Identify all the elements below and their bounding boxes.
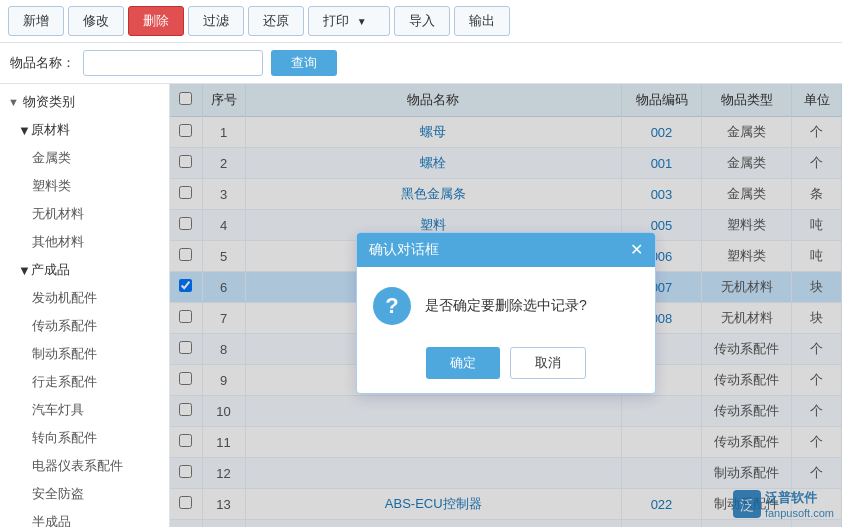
arrow-icon: ▼ xyxy=(8,96,19,108)
sidebar-item-xingzhous[interactable]: 行走系配件 xyxy=(0,368,169,396)
sidebar-item-wuji[interactable]: 无机材料 xyxy=(0,200,169,228)
dialog-close-button[interactable]: ✕ xyxy=(630,242,643,258)
sidebar-item-qita[interactable]: 其他材料 xyxy=(0,228,169,256)
sidebar-group-chanchengpin[interactable]: ▼ 产成品 xyxy=(0,256,169,284)
search-button[interactable]: 查询 xyxy=(271,50,337,76)
arrow-icon-3: ▼ xyxy=(18,263,31,278)
search-input[interactable] xyxy=(83,50,263,76)
dialog-question-icon: ? xyxy=(373,287,411,325)
dialog-overlay: 确认对话框 ✕ ? 是否确定要删除选中记录? 确定 取消 xyxy=(170,84,842,527)
import-button[interactable]: 导入 xyxy=(394,6,450,36)
arrow-icon-2: ▼ xyxy=(18,123,31,138)
sidebar-item-anquan[interactable]: 安全防盗 xyxy=(0,480,169,508)
delete-button[interactable]: 删除 xyxy=(128,6,184,36)
sidebar-item-fadongji[interactable]: 发动机配件 xyxy=(0,284,169,312)
dialog-header: 确认对话框 ✕ xyxy=(357,233,655,267)
dialog-footer: 确定 取消 xyxy=(357,339,655,393)
search-label: 物品名称： xyxy=(10,54,75,72)
export-button[interactable]: 输出 xyxy=(454,6,510,36)
main-layout: ▼ 物资类别 ▼ 原材料 金属类 塑料类 无机材料 其他材料 ▼ 产成品 发动机… xyxy=(0,84,842,527)
toolbar: 新增 修改 删除 过滤 还原 打印 ▼ 导入 输出 xyxy=(0,0,842,43)
sidebar-item-dianjiqibiao[interactable]: 电器仪表系配件 xyxy=(0,452,169,480)
dialog-cancel-button[interactable]: 取消 xyxy=(510,347,586,379)
sidebar-item-jinshu[interactable]: 金属类 xyxy=(0,144,169,172)
sidebar-item-qichedeng[interactable]: 汽车灯具 xyxy=(0,396,169,424)
dialog-body: ? 是否确定要删除选中记录? xyxy=(357,267,655,339)
dialog-message: 是否确定要删除选中记录? xyxy=(425,297,587,315)
edit-button[interactable]: 修改 xyxy=(68,6,124,36)
sidebar-group-yuancailiao-label: 原材料 xyxy=(31,121,70,139)
dialog-confirm-button[interactable]: 确定 xyxy=(426,347,500,379)
sidebar-group-chanchengpin-label: 产成品 xyxy=(31,261,70,279)
sidebar-item-banchengpin[interactable]: 半成品 xyxy=(0,508,169,527)
content-area: 序号 物品名称 物品编码 物品类型 单位 1 螺母 002 金属类 个 xyxy=(170,84,842,527)
sidebar: ▼ 物资类别 ▼ 原材料 金属类 塑料类 无机材料 其他材料 ▼ 产成品 发动机… xyxy=(0,84,170,527)
sidebar-item-zhidong[interactable]: 制动系配件 xyxy=(0,340,169,368)
filter-button[interactable]: 过滤 xyxy=(188,6,244,36)
sidebar-item-zhuanxiang[interactable]: 转向系配件 xyxy=(0,424,169,452)
sidebar-item-chuandong[interactable]: 传动系配件 xyxy=(0,312,169,340)
sidebar-group-yuancailiao[interactable]: ▼ 原材料 xyxy=(0,116,169,144)
dialog-title: 确认对话框 xyxy=(369,241,439,259)
sidebar-group-wuzi-label: 物资类别 xyxy=(23,93,75,111)
print-button[interactable]: 打印 ▼ xyxy=(308,6,390,36)
add-button[interactable]: 新增 xyxy=(8,6,64,36)
restore-button[interactable]: 还原 xyxy=(248,6,304,36)
sidebar-group-wuzi[interactable]: ▼ 物资类别 xyxy=(0,88,169,116)
print-arrow-icon: ▼ xyxy=(357,16,367,27)
search-bar: 物品名称： 查询 xyxy=(0,43,842,84)
sidebar-item-suliao[interactable]: 塑料类 xyxy=(0,172,169,200)
confirm-dialog: 确认对话框 ✕ ? 是否确定要删除选中记录? 确定 取消 xyxy=(356,232,656,394)
